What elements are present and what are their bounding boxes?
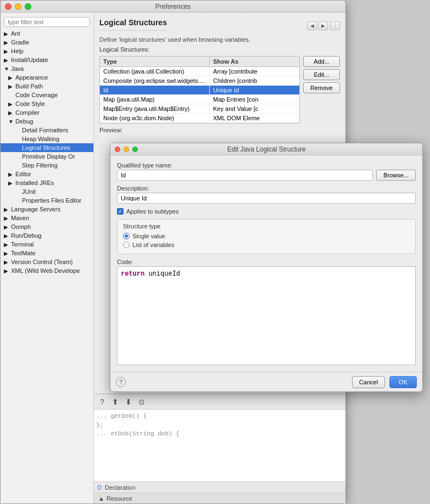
table-row[interactable]: Composite (org.eclipse.swt.widgets.Com C…: [100, 76, 299, 86]
sidebar-item-label: Appearance: [15, 74, 48, 81]
ok-button[interactable]: OK: [389, 376, 417, 388]
description-input[interactable]: [117, 193, 416, 204]
export-icon[interactable]: ⬆: [110, 397, 120, 407]
sidebar-item-java[interactable]: ▼ Java: [1, 64, 93, 73]
cancel-button[interactable]: Cancel: [352, 376, 385, 388]
sidebar-item-gradle[interactable]: ▶ Gradle: [1, 38, 93, 47]
sidebar-item-ant[interactable]: ▶ Ant: [1, 29, 93, 38]
sidebar-item-xml-web[interactable]: ▶ XML (Wild Web Develope: [1, 266, 93, 275]
sidebar-item-heap-walking[interactable]: Heap Walking: [1, 135, 93, 143]
forward-button[interactable]: ▶: [318, 21, 328, 30]
qualified-type-input[interactable]: [117, 170, 373, 181]
filter-input[interactable]: [4, 17, 90, 27]
code-area[interactable]: return uniqueId: [117, 266, 416, 365]
sidebar-item-label: Gradle: [11, 39, 29, 46]
edit-button[interactable]: Edit...: [303, 69, 340, 80]
dialog-body: Qualified type name: Browse... Descripti…: [110, 155, 422, 372]
title-bar: Preferences: [1, 1, 345, 13]
browse-button[interactable]: Browse...: [376, 170, 416, 181]
code-line: ... etDob(String dob) {: [96, 429, 343, 438]
arrow-icon: ▼: [8, 119, 14, 125]
list-variables-row: List of variables: [123, 242, 410, 248]
arrow-icon: ▶: [4, 48, 9, 54]
question-icon[interactable]: ?: [97, 397, 107, 407]
sidebar-item-help[interactable]: ▶ Help: [1, 47, 93, 55]
declaration-label: Declaration: [105, 484, 136, 491]
table-row-id[interactable]: Id Unique Id: [100, 86, 299, 95]
sidebar-item-editor[interactable]: ▶ Editor: [1, 170, 93, 178]
window-title: Preferences: [155, 3, 191, 10]
table-row[interactable]: Collection (java.util.Collection) Array …: [100, 67, 299, 76]
table-row[interactable]: Map$Entry (java.util.Map$Entry) Key and …: [100, 104, 299, 114]
sidebar-item-compiler[interactable]: ▶ Compiler: [1, 108, 93, 117]
qualified-type-row: Browse...: [117, 170, 416, 181]
import-icon[interactable]: ⬇: [124, 397, 133, 407]
sidebar-item-build-path[interactable]: ▶ Build Path: [1, 82, 93, 91]
maximize-button[interactable]: [25, 3, 31, 10]
sidebar-item-label: Compiler: [15, 109, 40, 116]
code-line: ... getDob() {: [96, 412, 343, 421]
sidebar-item-label: Installed JREs: [15, 180, 54, 186]
add-button[interactable]: Add...: [303, 56, 340, 67]
sidebar-item-textmate[interactable]: ▶ TextMate: [1, 249, 93, 257]
menu-button[interactable]: ⋮: [330, 21, 340, 30]
dialog-maximize-button[interactable]: [132, 147, 138, 152]
sidebar-item-logical-structures[interactable]: Logical Structures: [1, 143, 93, 152]
table-row[interactable]: Map (java.util.Map) Map Entries [con: [100, 95, 299, 104]
sidebar-item-detail-formatters[interactable]: Detail Formatters: [1, 126, 93, 135]
applies-subtypes-checkbox[interactable]: ✓: [117, 208, 124, 215]
bottom-toolbar: ? ⬆ ⬇ ⊙: [94, 394, 345, 410]
sidebar-item-step-filtering[interactable]: Step Filtering: [1, 161, 93, 170]
sidebar-item-label: Detail Formatters: [22, 127, 68, 133]
sidebar-item-label: Step Filtering: [22, 162, 58, 169]
sidebar-item-label: Properties Files Editor: [22, 197, 81, 204]
close-button[interactable]: [5, 3, 12, 10]
sidebar-item-code-style[interactable]: ▶ Code Style: [1, 99, 93, 108]
single-value-radio[interactable]: [123, 233, 130, 239]
panel-description: Define 'logical structures' used when br…: [99, 36, 340, 43]
help-icon[interactable]: ?: [116, 377, 126, 387]
sidebar-item-installed-jres[interactable]: ▶ Installed JREs: [1, 178, 93, 187]
dialog-close-button[interactable]: [115, 147, 120, 152]
sidebar-item-terminal[interactable]: ▶ Terminal: [1, 240, 93, 249]
sidebar-item-primitive-display[interactable]: Primitive Display Or: [1, 152, 93, 161]
code-section: Code: return uniqueId: [117, 259, 416, 365]
preview-section: Preview:: [99, 127, 340, 133]
sidebar-item-debug[interactable]: ▼ Debug: [1, 117, 93, 126]
table-row[interactable]: Node (org.w3c.dom.Node) XML DOM Eleme: [100, 114, 299, 123]
arrow-icon: ▼: [4, 66, 9, 72]
sidebar-item-label: Version Control (Team): [11, 259, 73, 265]
back-button[interactable]: ◀: [307, 21, 317, 30]
list-variables-radio[interactable]: [123, 242, 130, 248]
sidebar-item-install-update[interactable]: ▶ Install/Update: [1, 55, 93, 64]
circle-icon[interactable]: ⊙: [137, 397, 147, 407]
sidebar-item-version-control[interactable]: ▶ Version Control (Team): [1, 257, 93, 266]
applies-subtypes-label: Applies to subtypes: [126, 208, 178, 215]
sidebar-item-code-coverage[interactable]: Code Coverage: [1, 91, 93, 99]
cell-show: Array [contribute: [210, 67, 299, 76]
sidebar-item-language-servers[interactable]: ▶ Language Servers: [1, 205, 93, 214]
arrow-icon: ▶: [4, 40, 9, 46]
sidebar-item-properties-files[interactable]: Properties Files Editor: [1, 196, 93, 205]
sidebar-item-label: Run/Debug: [11, 232, 42, 239]
sidebar-item-maven[interactable]: ▶ Maven: [1, 214, 93, 222]
remove-button[interactable]: Remove: [303, 82, 340, 93]
single-value-row: Single value: [123, 233, 410, 239]
minimize-button[interactable]: [15, 3, 21, 10]
sidebar-item-run-debug[interactable]: ▶ Run/Debug: [1, 231, 93, 240]
col-type-header: Type: [100, 57, 210, 66]
sidebar-item-label: XML (Wild Web Develope: [11, 267, 80, 274]
sidebar-item-label: Code Style: [15, 100, 45, 107]
dialog-footer: ? Cancel OK: [110, 372, 422, 391]
sidebar-item-appearance[interactable]: ▶ Appearance: [1, 73, 93, 82]
cell-type: Composite (org.eclipse.swt.widgets.Com: [100, 76, 210, 85]
sidebar-item-label: TextMate: [11, 250, 36, 256]
cell-show: XML DOM Eleme: [210, 114, 299, 122]
dialog-minimize-button[interactable]: [124, 147, 129, 152]
sidebar-item-oomph[interactable]: ▶ Oomph: [1, 222, 93, 231]
qualified-type-section: Qualified type name: Browse...: [117, 162, 416, 181]
sidebar-item-label: Code Coverage: [15, 92, 58, 98]
bottom-panel: ? ⬆ ⬇ ⊙ ... getDob() { }; ... etDob(Stri…: [94, 394, 345, 503]
sidebar-item-junit[interactable]: JUnit: [1, 187, 93, 196]
arrow-icon: ▶: [4, 268, 9, 274]
